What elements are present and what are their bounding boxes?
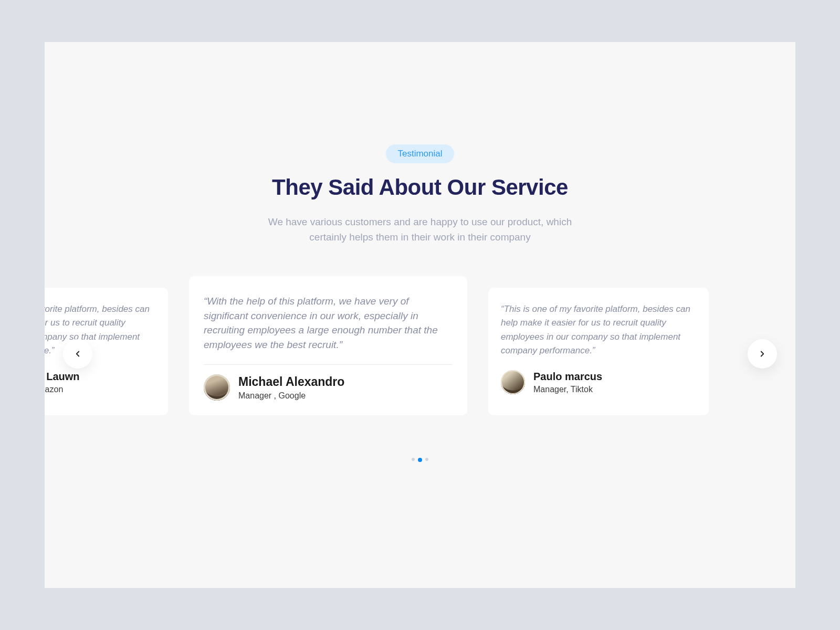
carousel-dots [45, 458, 795, 462]
section-badge: Testimonial [386, 144, 454, 163]
carousel-prev-button[interactable] [63, 339, 92, 369]
section-title: They Said About Our Service [45, 175, 795, 200]
avatar [204, 374, 230, 401]
avatar [501, 370, 525, 394]
author-title: Manager, Tiktok [533, 385, 602, 394]
testimonial-card: “This is one of my favorite platform, be… [488, 288, 709, 415]
testimonial-quote: “With the help of this platform, we have… [204, 294, 453, 352]
divider [204, 364, 453, 365]
author-name: Margartha Lauwn [45, 371, 80, 383]
author-info: Paulo marcus Manager, Tiktok [533, 371, 602, 394]
carousel-dot[interactable] [412, 458, 415, 461]
testimonial-card-active: “With the help of this platform, we have… [189, 276, 467, 415]
carousel-dot[interactable] [425, 458, 428, 461]
testimonial-author: Paulo marcus Manager, Tiktok [501, 370, 696, 394]
testimonial-author: Margartha Lauwn Manager , Amazon [45, 370, 155, 394]
testimonial-quote: “This is one of my favorite platform, be… [45, 302, 155, 358]
section-subtitle: We have various customers and are happy … [252, 215, 588, 245]
carousel-dot-active[interactable] [418, 458, 422, 462]
author-title: Manager , Google [238, 391, 344, 401]
section-header: Testimonial They Said About Our Service … [45, 144, 795, 245]
author-name: Paulo marcus [533, 371, 602, 383]
carousel-next-button[interactable] [748, 339, 777, 369]
chevron-left-icon [73, 349, 82, 359]
author-name: Michael Alexandro [238, 375, 344, 389]
testimonial-section: Testimonial They Said About Our Service … [45, 42, 795, 588]
testimonial-quote: “This is one of my favorite platform, be… [501, 302, 696, 358]
author-info: Michael Alexandro Manager , Google [238, 375, 344, 401]
chevron-right-icon [758, 349, 767, 359]
testimonial-carousel: “This is one of my favorite platform, be… [45, 276, 795, 444]
testimonial-author: Michael Alexandro Manager , Google [204, 374, 453, 401]
author-info: Margartha Lauwn Manager , Amazon [45, 371, 80, 394]
carousel-track: “This is one of my favorite platform, be… [131, 276, 709, 415]
author-title: Manager , Amazon [45, 385, 80, 394]
